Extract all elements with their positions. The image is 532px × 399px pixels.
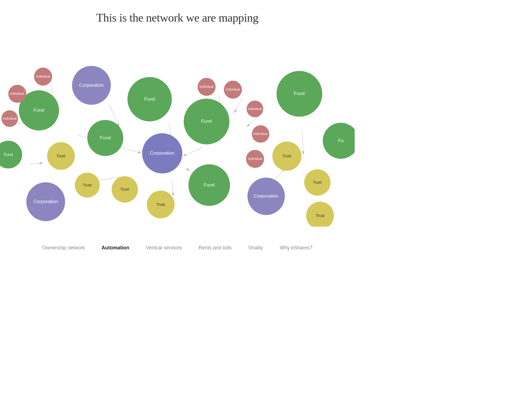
node-label-center: Corporation: [150, 150, 175, 156]
node-fund2: Fund: [0, 141, 22, 168]
node-label-ind7: Individual: [254, 132, 268, 136]
node-trust5: Trust: [272, 142, 301, 171]
network-diagram: FundFundFundFundFundFundFundFuCorporatio…: [0, 27, 355, 227]
node-label-fund2: Fund: [4, 152, 13, 157]
node-trust2: Trust: [75, 173, 100, 198]
node-fund5: Fund: [184, 99, 229, 144]
node-label-ind3: Individual: [3, 117, 17, 121]
node-label-fund3: Fund: [100, 135, 111, 141]
node-label-trust1: Trust: [57, 154, 65, 158]
nav-item-rents-and-tolls[interactable]: Rents and tolls: [199, 245, 232, 251]
node-label-ind5: Individual: [226, 88, 240, 91]
node-label-ind4: Individual: [200, 85, 214, 89]
node-center: Corporation: [142, 133, 182, 173]
node-trust7: Trust: [306, 202, 334, 227]
node-trust3: Trust: [112, 176, 138, 203]
node-label-ind6: Individual: [248, 107, 262, 111]
node-corp2: Corporation: [26, 182, 65, 221]
node-fund6: Fund: [188, 164, 230, 206]
node-ind3: Individual: [1, 110, 18, 127]
node-fund7: Fund: [277, 71, 322, 117]
node-corp1: Corporation: [72, 66, 111, 105]
node-label-fund4: Fund: [144, 96, 155, 102]
nav-item-vertical-services[interactable]: Vertical services: [146, 245, 182, 251]
node-ind2: Individual: [34, 68, 52, 86]
node-label-trust6: Trust: [313, 180, 321, 185]
node-label-fund8: Fu: [338, 138, 344, 144]
node-label-trust7: Trust: [316, 213, 324, 218]
node-ind1: Individual: [8, 85, 26, 103]
node-fund8: Fu: [323, 123, 355, 159]
node-label-trust2: Trust: [83, 183, 91, 187]
node-label-ind8: Individual: [248, 157, 262, 161]
node-label-ind1: Individual: [10, 92, 24, 96]
node-label-corp1: Corporation: [79, 83, 104, 88]
node-label-trust3: Trust: [120, 187, 129, 191]
node-ind8: Individual: [246, 150, 264, 168]
svg-line-16: [172, 180, 173, 196]
node-fund4: Fund: [127, 77, 172, 121]
svg-line-14: [183, 148, 202, 156]
node-label-ind2: Individual: [36, 75, 50, 78]
nav-item-automation[interactable]: Automation: [102, 245, 129, 251]
navigation-bar: Ownership networkAutomationVertical serv…: [0, 239, 355, 258]
node-ind4: Individual: [198, 78, 216, 96]
node-label-fund1: Fund: [34, 108, 44, 113]
node-ind6: Individual: [247, 101, 263, 117]
nav-item-virality[interactable]: Virality: [248, 245, 263, 251]
node-label-trust4: Trust: [156, 202, 165, 207]
node-label-corp3: Corporation: [254, 193, 278, 199]
node-label-corp2: Corporation: [34, 199, 58, 204]
page-title: This is the network we are mapping: [0, 0, 355, 24]
node-fund3: Fund: [87, 120, 123, 156]
node-label-trust5: Trust: [282, 154, 291, 158]
node-trust6: Trust: [304, 169, 331, 196]
node-ind7: Individual: [252, 125, 269, 143]
node-label-fund7: Fund: [294, 91, 305, 96]
node-trust1: Trust: [47, 142, 75, 170]
nav-item-ownership-network[interactable]: Ownership network: [42, 245, 85, 251]
node-label-fund6: Fund: [204, 182, 215, 188]
node-trust4: Trust: [147, 191, 175, 218]
node-label-fund5: Fund: [201, 119, 212, 124]
node-ind5: Individual: [224, 81, 242, 99]
svg-line-19: [302, 130, 303, 155]
svg-line-10: [234, 98, 242, 113]
nav-item-why-eshares?[interactable]: Why eShares?: [280, 245, 312, 251]
node-corp3: Corporation: [247, 178, 285, 215]
svg-line-23: [29, 163, 43, 164]
